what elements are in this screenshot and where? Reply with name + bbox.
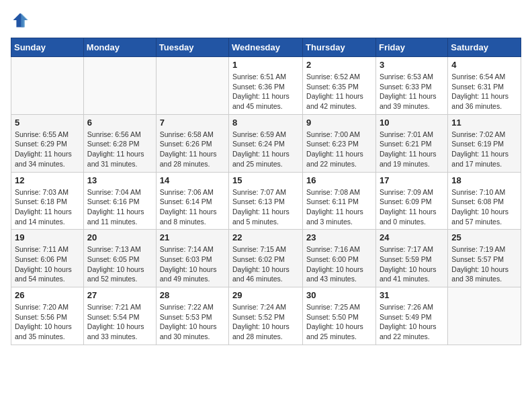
calendar-cell: 21Sunrise: 7:14 AM Sunset: 6:03 PM Dayli… [156,230,228,287]
day-number: 16 [306,175,372,185]
cell-info: Sunrise: 6:58 AM Sunset: 6:26 PM Dayligh… [160,130,225,169]
day-number: 2 [306,60,372,70]
calendar-cell: 30Sunrise: 7:25 AM Sunset: 5:50 PM Dayli… [303,287,376,345]
day-number: 17 [380,175,444,185]
calendar-cell: 3Sunrise: 6:53 AM Sunset: 6:33 PM Daylig… [375,57,447,115]
calendar-cell: 29Sunrise: 7:24 AM Sunset: 5:52 PM Dayli… [229,287,303,345]
cell-info: Sunrise: 6:53 AM Sunset: 6:33 PM Dayligh… [380,72,444,111]
week-row-2: 5Sunrise: 6:55 AM Sunset: 6:29 PM Daylig… [11,114,521,172]
calendar-cell: 1Sunrise: 6:51 AM Sunset: 6:36 PM Daylig… [229,57,303,115]
calendar-cell [83,57,156,115]
calendar-cell: 18Sunrise: 7:10 AM Sunset: 6:08 PM Dayli… [448,172,521,230]
day-number: 25 [451,232,517,242]
calendar-cell: 19Sunrise: 7:11 AM Sunset: 6:06 PM Dayli… [11,230,84,287]
calendar-cell: 8Sunrise: 6:59 AM Sunset: 6:24 PM Daylig… [229,114,303,172]
cell-info: Sunrise: 7:00 AM Sunset: 6:23 PM Dayligh… [306,130,372,169]
day-number: 20 [87,232,152,242]
week-row-5: 26Sunrise: 7:20 AM Sunset: 5:56 PM Dayli… [11,287,521,345]
calendar-cell: 31Sunrise: 7:26 AM Sunset: 5:49 PM Dayli… [375,287,447,345]
logo-icon [11,11,30,30]
day-number: 4 [451,60,517,70]
cell-info: Sunrise: 6:59 AM Sunset: 6:24 PM Dayligh… [232,130,299,169]
cell-info: Sunrise: 7:17 AM Sunset: 5:59 PM Dayligh… [380,244,444,284]
cell-info: Sunrise: 7:25 AM Sunset: 5:50 PM Dayligh… [306,302,372,342]
day-number: 29 [232,290,299,300]
cell-info: Sunrise: 7:14 AM Sunset: 6:03 PM Dayligh… [160,244,225,284]
calendar-cell: 14Sunrise: 7:06 AM Sunset: 6:14 PM Dayli… [156,172,228,230]
day-header-tuesday: Tuesday [156,38,228,57]
cell-info: Sunrise: 7:09 AM Sunset: 6:09 PM Dayligh… [380,187,444,227]
cell-info: Sunrise: 7:13 AM Sunset: 6:05 PM Dayligh… [87,244,152,284]
day-number: 13 [87,175,152,185]
calendar-cell: 26Sunrise: 7:20 AM Sunset: 5:56 PM Dayli… [11,287,84,345]
day-number: 14 [160,175,225,185]
cell-info: Sunrise: 6:56 AM Sunset: 6:28 PM Dayligh… [87,130,152,169]
day-number: 10 [380,118,444,128]
day-number: 28 [160,290,225,300]
day-number: 27 [87,290,152,300]
cell-info: Sunrise: 6:52 AM Sunset: 6:35 PM Dayligh… [306,72,372,111]
calendar-cell: 27Sunrise: 7:21 AM Sunset: 5:54 PM Dayli… [83,287,156,345]
calendar-cell: 23Sunrise: 7:16 AM Sunset: 6:00 PM Dayli… [303,230,376,287]
day-header-sunday: Sunday [11,38,84,57]
cell-info: Sunrise: 7:26 AM Sunset: 5:49 PM Dayligh… [380,302,444,342]
day-number: 23 [306,232,372,242]
calendar-cell: 15Sunrise: 7:07 AM Sunset: 6:13 PM Dayli… [229,172,303,230]
day-number: 7 [160,118,225,128]
day-number: 5 [15,118,80,128]
calendar-cell: 16Sunrise: 7:08 AM Sunset: 6:11 PM Dayli… [303,172,376,230]
week-row-1: 1Sunrise: 6:51 AM Sunset: 6:36 PM Daylig… [11,57,521,115]
calendar-cell [156,57,228,115]
calendar-cell: 9Sunrise: 7:00 AM Sunset: 6:23 PM Daylig… [303,114,376,172]
cell-info: Sunrise: 6:55 AM Sunset: 6:29 PM Dayligh… [15,130,80,169]
cell-info: Sunrise: 6:51 AM Sunset: 6:36 PM Dayligh… [232,72,299,111]
calendar-cell: 17Sunrise: 7:09 AM Sunset: 6:09 PM Dayli… [375,172,447,230]
cell-info: Sunrise: 7:03 AM Sunset: 6:18 PM Dayligh… [15,187,80,227]
day-number: 9 [306,118,372,128]
cell-info: Sunrise: 7:01 AM Sunset: 6:21 PM Dayligh… [380,130,444,169]
calendar-cell: 5Sunrise: 6:55 AM Sunset: 6:29 PM Daylig… [11,114,84,172]
day-number: 21 [160,232,225,242]
cell-info: Sunrise: 7:16 AM Sunset: 6:00 PM Dayligh… [306,244,372,284]
header-row: SundayMondayTuesdayWednesdayThursdayFrid… [11,38,521,57]
calendar-cell: 4Sunrise: 6:54 AM Sunset: 6:31 PM Daylig… [448,57,521,115]
day-header-wednesday: Wednesday [229,38,303,57]
cell-info: Sunrise: 7:06 AM Sunset: 6:14 PM Dayligh… [160,187,225,227]
week-row-4: 19Sunrise: 7:11 AM Sunset: 6:06 PM Dayli… [11,230,521,287]
day-number: 24 [380,232,444,242]
day-header-friday: Friday [375,38,447,57]
day-header-monday: Monday [83,38,156,57]
day-number: 3 [380,60,444,70]
day-number: 15 [232,175,299,185]
day-number: 31 [380,290,444,300]
page-header [11,11,521,30]
day-number: 30 [306,290,372,300]
day-header-thursday: Thursday [303,38,376,57]
day-number: 11 [451,118,517,128]
calendar-cell: 11Sunrise: 7:02 AM Sunset: 6:19 PM Dayli… [448,114,521,172]
calendar-cell: 7Sunrise: 6:58 AM Sunset: 6:26 PM Daylig… [156,114,228,172]
calendar-cell: 2Sunrise: 6:52 AM Sunset: 6:35 PM Daylig… [303,57,376,115]
day-number: 22 [232,232,299,242]
cell-info: Sunrise: 7:10 AM Sunset: 6:08 PM Dayligh… [451,187,517,227]
calendar-cell: 12Sunrise: 7:03 AM Sunset: 6:18 PM Dayli… [11,172,84,230]
calendar-cell [448,287,521,345]
day-number: 12 [15,175,80,185]
day-number: 1 [232,60,299,70]
calendar-cell: 22Sunrise: 7:15 AM Sunset: 6:02 PM Dayli… [229,230,303,287]
day-number: 6 [87,118,152,128]
svg-marker-1 [21,13,28,28]
day-number: 18 [451,175,517,185]
week-row-3: 12Sunrise: 7:03 AM Sunset: 6:18 PM Dayli… [11,172,521,230]
cell-info: Sunrise: 7:07 AM Sunset: 6:13 PM Dayligh… [232,187,299,227]
cell-info: Sunrise: 7:19 AM Sunset: 5:57 PM Dayligh… [451,244,517,284]
cell-info: Sunrise: 7:24 AM Sunset: 5:52 PM Dayligh… [232,302,299,342]
cell-info: Sunrise: 7:21 AM Sunset: 5:54 PM Dayligh… [87,302,152,342]
calendar-cell [11,57,84,115]
calendar-cell: 20Sunrise: 7:13 AM Sunset: 6:05 PM Dayli… [83,230,156,287]
cell-info: Sunrise: 7:02 AM Sunset: 6:19 PM Dayligh… [451,130,517,169]
logo [11,11,31,30]
calendar-cell: 25Sunrise: 7:19 AM Sunset: 5:57 PM Dayli… [448,230,521,287]
calendar-table: SundayMondayTuesdayWednesdayThursdayFrid… [11,38,521,345]
day-number: 19 [15,232,80,242]
